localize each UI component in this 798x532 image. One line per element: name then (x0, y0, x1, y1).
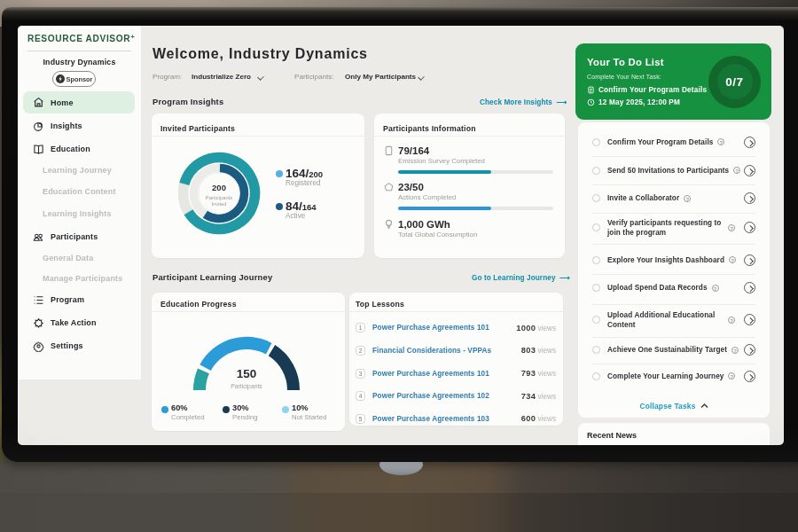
svg-text:200: 200 (212, 183, 226, 192)
svg-text:Participants: Participants (206, 195, 232, 200)
svg-text:Participants: Participants (231, 383, 262, 390)
svg-text:150: 150 (237, 367, 257, 380)
svg-text:Invited: Invited (211, 201, 226, 207)
